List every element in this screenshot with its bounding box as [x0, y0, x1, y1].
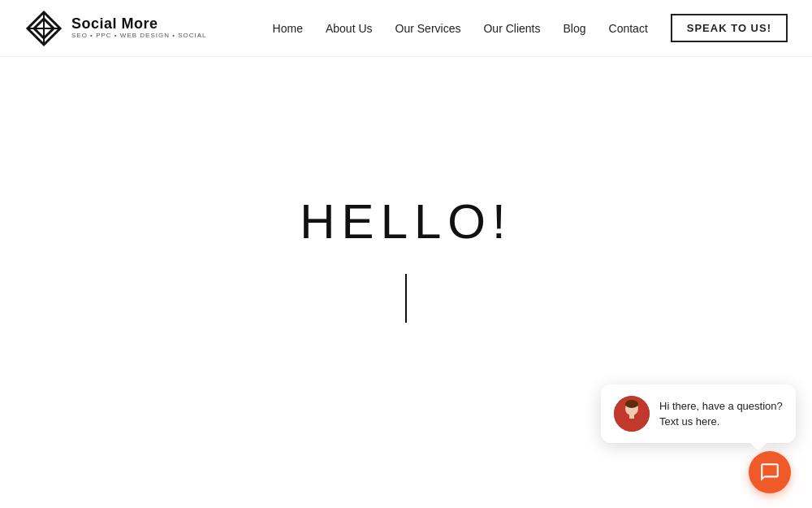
chat-message-text: Hi there, have a question? Text us here.: [659, 398, 783, 430]
speak-to-us-button[interactable]: SPEAK TO US!: [671, 14, 788, 42]
nav-services[interactable]: Our Services: [395, 22, 461, 35]
hero-heading: HELLO!: [300, 193, 512, 250]
nav-clients[interactable]: Our Clients: [483, 22, 540, 35]
nav-about[interactable]: About Us: [326, 22, 373, 35]
avatar-icon: [614, 396, 650, 432]
nav-contact[interactable]: Contact: [609, 22, 648, 35]
svg-rect-8: [629, 414, 634, 419]
nav-blog[interactable]: Blog: [564, 22, 586, 35]
logo-tagline: SEO • PPC • WEB DESIGN • SOCIAL: [71, 33, 207, 40]
main-nav: Home About Us Our Services Our Clients B…: [273, 14, 788, 42]
logo-brand-name: Social More: [71, 16, 207, 33]
header: Social More SEO • PPC • WEB DESIGN • SOC…: [0, 0, 812, 57]
chat-icon: [759, 462, 780, 483]
text-cursor: [405, 274, 407, 323]
nav-home[interactable]: Home: [273, 22, 303, 35]
svg-point-6: [625, 400, 638, 408]
logo-text: Social More SEO • PPC • WEB DESIGN • SOC…: [71, 16, 207, 40]
chat-fab-button[interactable]: [749, 451, 791, 493]
logo[interactable]: Social More SEO • PPC • WEB DESIGN • SOC…: [24, 9, 207, 48]
chat-bubble: Hi there, have a question? Text us here.: [601, 384, 796, 443]
logo-icon: [24, 9, 63, 48]
chat-avatar: [614, 396, 650, 432]
